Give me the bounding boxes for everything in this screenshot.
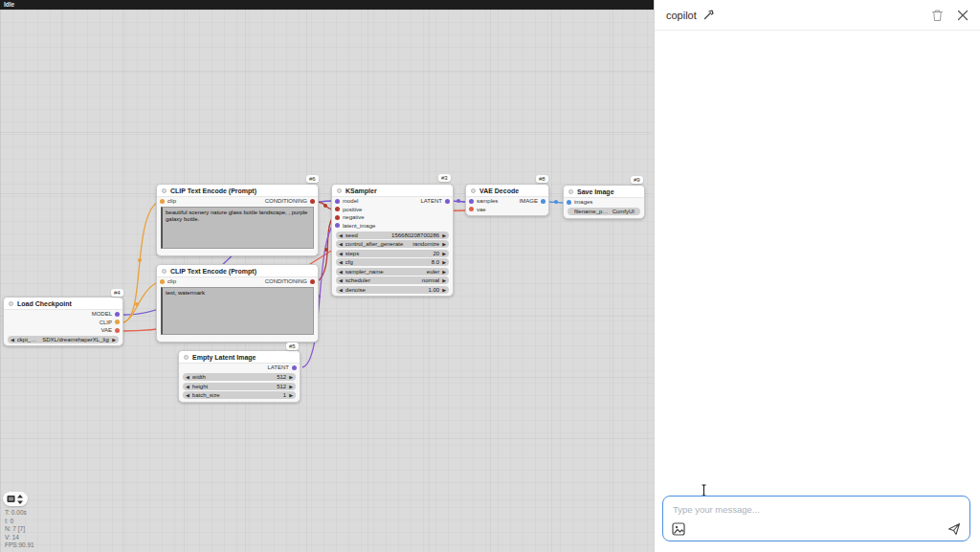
stepper-right-icon[interactable]: ▶ — [442, 276, 446, 284]
output-slot-clip[interactable]: CLIP — [100, 320, 120, 325]
input-slot-vae[interactable]: vae — [469, 207, 486, 212]
stepper-right-icon[interactable]: ▶ — [442, 258, 446, 266]
node-graph-canvas[interactable]: #6 #3 #8 #9 #4 #5 CLIP Text Encode (Prom… — [0, 10, 654, 552]
slot-dot[interactable] — [160, 199, 165, 204]
stepper-right-icon[interactable]: ▶ — [442, 286, 446, 294]
slot-dot[interactable] — [310, 199, 315, 204]
collapse-dot-icon[interactable] — [471, 188, 476, 193]
widget-scheduler[interactable]: ◀schedulernormal▶ — [336, 276, 449, 284]
message-input[interactable] — [663, 497, 969, 523]
collapse-dot-icon[interactable] — [9, 301, 13, 306]
widget-filename-prefix[interactable]: filename_prefixComfyUI — [568, 208, 640, 215]
widget-seed[interactable]: ◀seed156680208700286▶ — [336, 232, 449, 239]
stepper-right-icon[interactable]: ▶ — [289, 373, 293, 381]
stepper-left-icon[interactable]: ◀ — [339, 268, 343, 276]
output-slot-conditioning[interactable]: CONDITIONING — [265, 198, 315, 204]
stepper-right-icon[interactable]: ▶ — [442, 240, 446, 248]
collapse-dot-icon[interactable] — [162, 188, 167, 193]
widget-steps[interactable]: ◀steps20▶ — [336, 250, 449, 257]
slot-dot[interactable] — [335, 215, 340, 220]
input-slot-samples[interactable]: samples — [469, 198, 498, 204]
node-ksampler[interactable]: KSampler model LATENT positive negative … — [331, 184, 454, 297]
slot-dot[interactable] — [115, 328, 120, 333]
node-vae-decode[interactable]: VAE Decode samples IMAGE vae — [465, 184, 549, 216]
input-slot-clip[interactable]: clip — [160, 278, 176, 284]
prompt-textarea[interactable]: beautiful scenery nature glass bottle la… — [161, 207, 314, 249]
stepper-left-icon[interactable]: ◀ — [339, 286, 343, 294]
gallery-icon[interactable] — [7, 495, 15, 503]
collapse-dot-icon[interactable] — [568, 189, 573, 194]
stepper-left-icon[interactable]: ◀ — [339, 240, 343, 248]
output-slot-vae[interactable]: VAE — [100, 327, 120, 333]
stepper-left-icon[interactable]: ◀ — [11, 336, 14, 343]
output-slot-conditioning[interactable]: CONDITIONING — [265, 278, 315, 284]
input-slot-images[interactable]: images — [567, 199, 592, 205]
stepper-right-icon[interactable]: ▶ — [442, 268, 446, 276]
widget-control-after-generate[interactable]: ◀control_after_generaterandomize▶ — [336, 240, 449, 248]
output-slot-latent[interactable]: LATENT — [420, 198, 450, 204]
slot-dot[interactable] — [567, 200, 571, 205]
send-icon[interactable] — [947, 522, 961, 536]
tool-icon[interactable] — [702, 9, 715, 21]
slot-dot[interactable] — [160, 279, 165, 284]
stepper-left-icon[interactable]: ◀ — [339, 232, 343, 239]
slot-dot[interactable] — [335, 199, 340, 204]
trash-icon[interactable] — [931, 9, 944, 22]
input-slot-model[interactable]: model — [335, 198, 358, 204]
widget-batch-size[interactable]: ◀batch_size1▶ — [183, 391, 296, 399]
stepper-right-icon[interactable]: ▶ — [112, 336, 116, 343]
stepper-right-icon[interactable]: ▶ — [289, 391, 293, 399]
close-icon[interactable] — [957, 10, 969, 21]
node-title-bar[interactable]: KSampler — [332, 185, 453, 197]
image-upload-icon[interactable] — [672, 522, 685, 536]
slot-dot[interactable] — [335, 223, 340, 228]
message-input-box[interactable] — [662, 496, 970, 541]
stepper-right-icon[interactable]: ▶ — [442, 250, 446, 257]
widget-height[interactable]: ◀height512▶ — [183, 383, 296, 390]
slot-dot[interactable] — [445, 199, 450, 204]
node-save-image[interactable]: Save Image images filename_prefixComfyUI — [563, 185, 645, 219]
node-empty-latent-image[interactable]: Empty Latent Image LATENT ◀width512▶ ◀he… — [178, 350, 301, 403]
collapse-dot-icon[interactable] — [184, 355, 189, 360]
output-slot-model[interactable]: MODEL — [92, 311, 120, 317]
widget-ckpt-name[interactable]: ◀ckpt_nameSDXL/dreamshaperXL_light...▶ — [8, 336, 119, 343]
slot-dot[interactable] — [310, 279, 315, 284]
stepper-left-icon[interactable]: ◀ — [339, 258, 343, 266]
stepper-right-icon[interactable]: ▶ — [289, 383, 293, 390]
input-slot-clip[interactable]: clip — [160, 198, 176, 204]
slot-dot[interactable] — [115, 312, 120, 317]
input-slot-negative[interactable]: negative — [335, 214, 365, 220]
slot-dot[interactable] — [541, 199, 546, 204]
stepper-left-icon[interactable]: ◀ — [339, 250, 343, 257]
input-slot-positive[interactable]: positive — [335, 207, 362, 212]
node-title-bar[interactable]: CLIP Text Encode (Prompt) — [157, 265, 318, 277]
node-title-bar[interactable]: Load Checkpoint — [4, 298, 122, 310]
node-title-bar[interactable]: Empty Latent Image — [179, 351, 300, 364]
arrows-vertical-icon[interactable] — [16, 495, 24, 504]
collapse-dot-icon[interactable] — [337, 188, 342, 193]
prompt-textarea[interactable]: text, watermark — [161, 287, 314, 335]
node-clip-text-encode-positive[interactable]: CLIP Text Encode (Prompt) clip CONDITION… — [156, 184, 319, 256]
stepper-left-icon[interactable]: ◀ — [339, 276, 343, 284]
stepper-left-icon[interactable]: ◀ — [186, 391, 189, 399]
node-clip-text-encode-negative[interactable]: CLIP Text Encode (Prompt) clip CONDITION… — [156, 264, 319, 342]
slot-dot[interactable] — [335, 207, 340, 211]
output-slot-latent[interactable]: LATENT — [267, 364, 297, 370]
widget-sampler-name[interactable]: ◀sampler_nameeuler▶ — [336, 268, 449, 276]
node-title-bar[interactable]: VAE Decode — [466, 185, 548, 197]
slot-dot[interactable] — [469, 199, 474, 204]
output-slot-image[interactable]: IMAGE — [520, 198, 546, 204]
slot-dot[interactable] — [292, 365, 297, 370]
input-slot-latent-image[interactable]: latent_image — [335, 223, 375, 229]
widget-width[interactable]: ◀width512▶ — [183, 373, 296, 381]
node-title-bar[interactable]: Save Image — [564, 186, 644, 198]
widget-cfg[interactable]: ◀cfg8.0▶ — [336, 258, 449, 266]
stepper-left-icon[interactable]: ◀ — [186, 373, 189, 381]
stepper-right-icon[interactable]: ▶ — [442, 232, 446, 239]
node-load-checkpoint[interactable]: Load Checkpoint MODEL CLIP VAE ◀ckpt_nam… — [3, 297, 123, 346]
slot-dot[interactable] — [115, 320, 120, 324]
collapse-dot-icon[interactable] — [162, 269, 167, 274]
slot-dot[interactable] — [469, 207, 474, 211]
canvas-toolbar[interactable] — [3, 492, 28, 506]
node-title-bar[interactable]: CLIP Text Encode (Prompt) — [157, 185, 318, 197]
